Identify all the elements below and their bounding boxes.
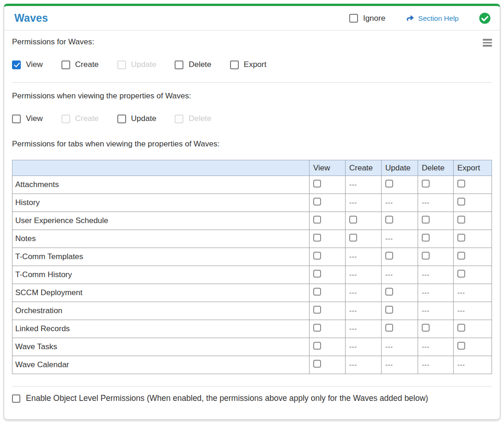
ignore-checkbox[interactable] [349, 14, 358, 23]
page-title: Waves [14, 12, 48, 24]
tab-name-column-header [12, 160, 310, 176]
cell-view [310, 320, 346, 338]
section-help-link[interactable]: Section Help [406, 14, 459, 23]
panel-body: Permissions for Waves: ViewCreateUpdateD… [4, 37, 500, 403]
cell-create [346, 212, 382, 230]
delete-checkbox[interactable] [422, 216, 430, 224]
export-checkbox[interactable] [457, 270, 465, 278]
column-header-export: Export [454, 160, 492, 176]
header-controls: Ignore Section Help [349, 12, 491, 24]
view-checkbox[interactable] [313, 234, 321, 242]
update-checkbox[interactable] [385, 306, 393, 314]
cell-view [310, 266, 346, 284]
checkbox-label: Create [75, 60, 99, 69]
update-checkbox[interactable] [385, 324, 393, 332]
permission-option-update[interactable]: Update [117, 114, 157, 123]
view-checkbox[interactable] [313, 324, 321, 332]
cell-create-not-applicable: --- [346, 176, 382, 194]
cell-create [346, 230, 382, 248]
cell-update-not-applicable: --- [382, 194, 418, 212]
create-checkbox[interactable] [61, 61, 70, 69]
view-checkbox[interactable] [12, 61, 21, 69]
group-1-label: Permissions for Waves: [12, 37, 94, 47]
view-checkbox[interactable] [313, 270, 321, 278]
delete-checkbox[interactable] [175, 61, 183, 69]
not-applicable-dash: --- [349, 289, 357, 297]
panel-header: Waves Ignore Section Help [4, 6, 500, 30]
enable-object-level-permissions-option[interactable]: Enable Object Level Permissions (When en… [12, 394, 492, 403]
menu-icon[interactable] [483, 37, 492, 47]
cell-update-not-applicable: --- [382, 266, 418, 284]
export-checkbox[interactable] [457, 180, 465, 188]
export-checkbox[interactable] [457, 252, 465, 260]
export-checkbox[interactable] [457, 324, 465, 332]
not-applicable-dash: --- [422, 271, 430, 279]
view-checkbox[interactable] [313, 216, 321, 224]
tab-row: Notes--- [12, 230, 492, 248]
not-applicable-dash: --- [385, 343, 393, 351]
view-checkbox[interactable] [12, 115, 21, 123]
permission-option-view[interactable]: View [12, 60, 43, 69]
delete-checkbox[interactable] [422, 324, 430, 332]
view-checkbox[interactable] [313, 288, 321, 296]
tab-row: History--------- [12, 194, 492, 212]
footer-divider [12, 386, 492, 387]
cell-view [310, 212, 346, 230]
cell-create-not-applicable: --- [346, 266, 382, 284]
group-2-label: Permissions when viewing the properties … [12, 91, 492, 101]
view-checkbox[interactable] [313, 306, 321, 314]
not-applicable-dash: --- [422, 199, 430, 206]
cell-create-not-applicable: --- [346, 194, 382, 212]
delete-checkbox[interactable] [422, 234, 430, 242]
section-help-label: Section Help [418, 14, 459, 23]
update-checkbox [117, 61, 126, 69]
tab-row: User Experience Schedule [12, 212, 492, 230]
create-checkbox[interactable] [349, 216, 357, 224]
waves-permissions-panel: Waves Ignore Section Help Permissions fo… [4, 4, 500, 420]
cell-update [382, 176, 418, 194]
export-checkbox[interactable] [457, 342, 465, 350]
update-checkbox[interactable] [385, 288, 393, 296]
permission-option-delete[interactable]: Delete [175, 60, 211, 69]
not-applicable-dash: --- [349, 325, 357, 333]
cell-create-not-applicable: --- [346, 248, 382, 266]
tab-name: History [12, 194, 310, 212]
export-checkbox[interactable] [230, 61, 239, 69]
cell-export-not-applicable: --- [454, 302, 492, 320]
cell-delete [418, 212, 454, 230]
delete-checkbox[interactable] [422, 180, 430, 188]
tab-name: T-Comm History [12, 266, 310, 284]
ignore-option[interactable]: Ignore [349, 14, 385, 23]
delete-checkbox[interactable] [422, 252, 430, 260]
not-applicable-dash: --- [385, 235, 393, 242]
view-checkbox[interactable] [313, 198, 321, 206]
cell-update-not-applicable: --- [382, 230, 418, 248]
update-checkbox[interactable] [385, 252, 393, 260]
enable-object-level-permissions-checkbox[interactable] [12, 394, 20, 403]
not-applicable-dash: --- [349, 307, 357, 315]
export-checkbox[interactable] [457, 198, 465, 206]
permission-option-export[interactable]: Export [230, 60, 267, 69]
update-checkbox[interactable] [385, 180, 393, 188]
cell-view [310, 194, 346, 212]
export-checkbox[interactable] [457, 234, 465, 242]
cell-delete-not-applicable: --- [418, 356, 454, 374]
cell-delete-not-applicable: --- [418, 284, 454, 302]
update-checkbox[interactable] [385, 216, 393, 224]
permission-option-view[interactable]: View [12, 114, 43, 123]
cell-update [382, 302, 418, 320]
permission-option-create[interactable]: Create [61, 60, 99, 69]
view-checkbox[interactable] [313, 360, 321, 368]
not-applicable-dash: --- [349, 361, 357, 369]
create-checkbox[interactable] [349, 234, 357, 242]
tab-name: Wave Calendar [12, 356, 310, 374]
export-checkbox[interactable] [457, 216, 465, 224]
cell-update [382, 284, 418, 302]
tab-name: SCCM Deployment [12, 284, 310, 302]
cell-view [310, 248, 346, 266]
view-checkbox[interactable] [313, 342, 321, 350]
tab-name: Notes [12, 230, 310, 248]
view-checkbox[interactable] [313, 180, 321, 188]
view-checkbox[interactable] [313, 252, 321, 260]
update-checkbox[interactable] [117, 115, 126, 123]
